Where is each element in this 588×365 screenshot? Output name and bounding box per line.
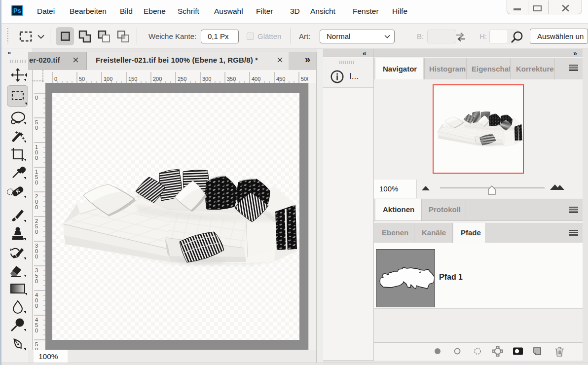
svg-text:0: 0 [35,155,38,161]
svg-text:500: 500 [301,76,308,82]
svg-text:0: 0 [35,229,38,235]
svg-text:0: 0 [54,76,57,82]
svg-text:0: 0 [35,95,38,101]
svg-text:0: 0 [35,204,38,210]
svg-text:0: 0 [35,328,38,333]
svg-text:0: 0 [35,180,38,185]
svg-text:0: 0 [35,278,38,284]
svg-text:0: 0 [35,303,38,309]
svg-text:0: 0 [35,125,38,131]
svg-text:0: 0 [35,254,38,259]
